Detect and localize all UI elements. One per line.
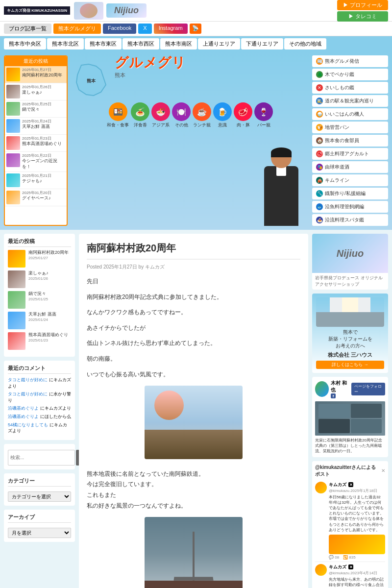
nav1-gurumeguri[interactable]: 熊本グルメグリ <box>53 24 101 34</box>
hero-link-craft[interactable]: 🔧 鐡製作り/私援細編 <box>312 188 388 199</box>
mascot-person <box>259 147 303 226</box>
food-icon: 🍚 <box>316 111 323 118</box>
hero-link-wood[interactable]: 🌲 木でペかり鑑 <box>312 69 388 80</box>
recent-post-item[interactable]: 2025年01月27日 南阿蘇村村政20周年 <box>5 66 67 83</box>
search-input[interactable] <box>8 450 75 466</box>
logo-nijiuo: Nijiuo <box>106 3 147 18</box>
nav2-chuo[interactable]: 熊本市中央区 <box>4 38 46 49</box>
sidebar-recent-posts: 最近の投稿 南阿蘇村村政20周年 2025/01/27 楽しゃぁ♪ 2025/0… <box>4 234 75 357</box>
hero-link-shokuin[interactable]: 🏠 熊本食の食部員 <box>312 135 388 147</box>
nav1-blog[interactable]: ブログ記事一覧 <box>4 24 51 34</box>
category-yoshoku[interactable]: 🍝 洋食香 <box>131 102 149 128</box>
svg-text:✕: ✕ <box>349 483 353 487</box>
category-select[interactable]: カテゴリーを選択 <box>8 491 71 502</box>
sidebar-post[interactable]: 楽しゃぁ♪ 2025/01/26 <box>8 270 71 288</box>
category-bar[interactable]: 🍷 バー籠 <box>254 102 273 128</box>
comment-item: タコと鑑りが好めに にキムカズより <box>8 377 71 389</box>
recent-post-item[interactable]: 2025年01月23日 熊本高酒居場めぐり <box>5 135 67 152</box>
fish-icon: 🐟 <box>316 203 323 210</box>
nav1-facebook[interactable]: Facebook <box>103 24 136 34</box>
tweet-retweet[interactable]: 🔁 835 <box>343 555 356 560</box>
remodel-title: 熊本で新築・リフォームをお考えの方へ <box>316 329 384 349</box>
facebook-box: 木村 和也 f ページをフォロー 光栄に石無限南阿蘇村村政2 <box>312 377 388 457</box>
sidebar-post[interactable]: 鍋で況々 2025/01/25 <box>8 291 71 309</box>
category-asia[interactable]: 🍜 アジア系 <box>151 102 170 128</box>
hero-right-sidebar: 📰 熊本グルメ発信 🌲 木でペかり鑑 ✕ さいしもの鑑 🚉 道の駅＆観光案内巡り… <box>312 55 388 226</box>
fb-follow-button[interactable]: ページをフォロー <box>351 383 385 395</box>
tweet-reply[interactable]: 💬 08 <box>329 555 339 560</box>
sidebar-post[interactable]: 天草お鮮 蒸蒸 2025/01/24 <box>8 312 71 329</box>
sidebar-comments-title: 最近のコメント <box>8 365 71 374</box>
sidebar-post-thumb <box>8 312 25 329</box>
recent-post-item[interactable]: 2025年01月25日 鍋で況々 <box>5 100 67 118</box>
hero-link-food[interactable]: 🍚 いいごはんの機人 <box>312 108 388 120</box>
comment-link[interactable]: タコと鑑りが好めに <box>8 377 48 382</box>
tweet-avatar <box>315 482 327 493</box>
comment-item: 54橘になりましても にキムカズより <box>8 422 71 434</box>
hero-link-news[interactable]: 📰 熊本グルメ発信 <box>312 55 388 67</box>
category-izakaya[interactable]: 🍺 意識 <box>213 102 232 128</box>
hero-link-station[interactable]: 🚉 道の駅＆観光案内巡り <box>312 95 388 107</box>
hero-link-agri[interactable]: 🥩 郷土料理アグカルト <box>312 148 388 160</box>
recent-post-thumb <box>6 119 20 133</box>
nav1-instagram[interactable]: Instagram <box>154 24 188 34</box>
hero-link-kimline[interactable]: 🎪 キムライン <box>312 174 388 186</box>
nav2-higashi[interactable]: 熊本市東区 <box>85 38 122 49</box>
ad-nijiuo[interactable]: Nijiuo 岩手県発プロデュース オリジナルアクセサリーショップ <box>312 234 388 290</box>
nav2-nishi[interactable]: 熊本市西区 <box>122 38 159 49</box>
sidebar-post[interactable]: 南阿蘇村村政20周年 2025/01/27 <box>8 250 71 268</box>
fb-content-image <box>315 401 385 436</box>
nav1-rss[interactable]: 📡 <box>190 24 201 34</box>
article-image-2 <box>87 517 300 588</box>
category-washoku[interactable]: 🍱 和食・食事 <box>107 102 129 128</box>
hero-link-x[interactable]: ✕ さいしもの鑑 <box>312 82 388 94</box>
tareco-button[interactable]: ▶ タレコミ <box>337 11 388 22</box>
sidebar-post[interactable]: 熊本高酒居場めぐり 2025/01/23 <box>8 332 71 350</box>
archive-select[interactable]: 月を選択 <box>8 528 71 538</box>
comment-link[interactable]: 沿磯基めぐりよ <box>8 406 39 411</box>
nav2-shimo[interactable]: 下通りエリア <box>241 38 283 49</box>
recent-post-thumb <box>6 68 20 81</box>
sidebar-category-title: カテゴリー <box>8 477 71 487</box>
comment-link[interactable]: タコと鑑りが好めに <box>8 392 48 396</box>
recent-post-item[interactable]: 2025年01月26日 楽しゃぁ♪ <box>5 83 67 100</box>
recent-widget-title: 最近の投稿 <box>5 56 67 66</box>
tweet-avatar <box>315 564 327 576</box>
twitter-close-button[interactable]: ✕ <box>381 468 385 473</box>
profile-button[interactable]: ▶ プロフィール <box>337 0 388 10</box>
sake-icon: 🎭 <box>316 164 323 171</box>
fb-avatar <box>315 381 329 397</box>
category-meat[interactable]: 🥩 肉・豚 <box>234 102 252 128</box>
recent-post-item[interactable]: 2025年01月20日 グイヤペース♪ <box>5 189 67 206</box>
recent-post-item[interactable]: 2025年01月21日 テジャも♪ <box>5 172 67 189</box>
remodel-ad[interactable]: 熊本で新築・リフォームをお考えの方へ 株式会社 三ハウス 詳しくはこちら → <box>312 294 388 373</box>
hero-link-fish[interactable]: 🐟 沿魚料理管飼網編 <box>312 201 388 213</box>
nav2-minami[interactable]: 熊本市南区 <box>160 38 197 49</box>
logo-area: キムカズ発信 KIMUKAZUHASSIN Nijiuo <box>4 2 337 20</box>
category-other[interactable]: 🍽️ その他 <box>172 102 191 128</box>
hero-link-pasta[interactable]: 🍝 沿流料理スパタ鑑 <box>312 214 388 226</box>
tweet-name: キムカズ <box>329 482 346 488</box>
nav1-twitter[interactable]: X <box>138 24 151 34</box>
svg-text:f: f <box>333 394 334 398</box>
hero-link-sake[interactable]: 🎭 由球串道酒 <box>312 161 388 173</box>
logo-kimukazu: キムカズ発信 KIMUKAZUHASSIN <box>4 6 70 15</box>
hero-link-bread[interactable]: 🍞 地管営パン <box>312 122 388 133</box>
fb-post-text: 光栄に石無限南阿蘇村村政20周年記念式典の（第三部は）しとった九州南端流、笑瓶況… <box>315 438 385 454</box>
left-sidebar: 最近の投稿 南阿蘇村村政20周年 2025/01/27 楽しゃぁ♪ 2025/0… <box>4 234 75 588</box>
category-lunch[interactable]: ☕ ランチ籠 <box>193 102 211 128</box>
nav2-other[interactable]: その他の地域 <box>284 38 326 49</box>
remodel-button[interactable]: 詳しくはこちら → <box>316 361 384 369</box>
tweet-text: 先方地域から来方、あの明の記録を探す司勤の様べり食ふ合法合は13歩 <box>329 577 385 588</box>
recent-post-item[interactable]: 2025年01月24日 天草お鮮 蒸蒸 <box>5 118 67 135</box>
tweet-handle: @kimukazu.2025年1月18日 <box>329 488 385 493</box>
nav2-kita[interactable]: 熊本市北区 <box>47 38 84 49</box>
recent-post-item[interactable]: 2025年01月22日 今シーズンの近況を！ <box>5 152 67 172</box>
sidebar-post-thumb <box>8 250 25 268</box>
news-icon: 📰 <box>316 58 323 65</box>
nav2-kami[interactable]: 上通りエリア <box>198 38 240 49</box>
article-area: 南阿蘇村村政20周年 Posted 2025年1月27日 by キムカズ 先日 … <box>79 234 308 588</box>
twitter-box: @kimukazuitterさんによるポスト ✕ キムカズ ✕ @kimukaz… <box>312 461 388 588</box>
comment-link[interactable]: 沿磯基めぐりよ <box>8 414 39 419</box>
comment-link[interactable]: 54橘になりましても <box>8 422 48 427</box>
